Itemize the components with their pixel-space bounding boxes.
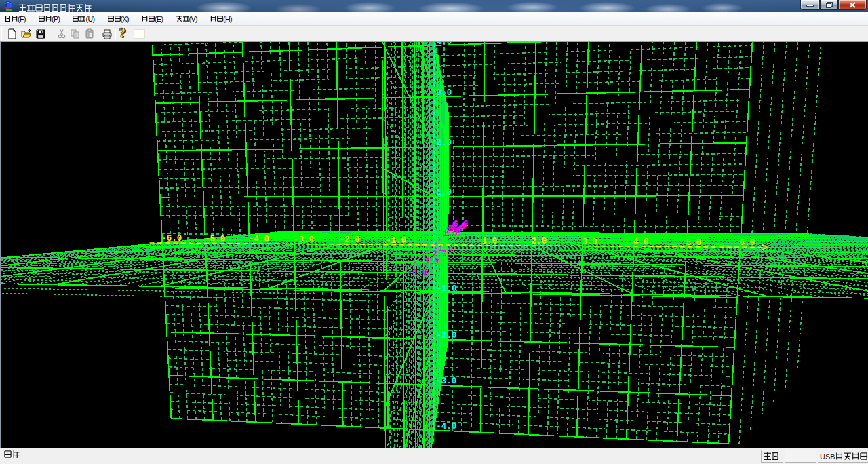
svg-text:5.0: 5.0 [686, 238, 701, 248]
svg-text:-4.0: -4.0 [436, 422, 456, 431]
svg-text:6.0: 6.0 [454, 220, 469, 229]
svg-text:2.0: 2.0 [437, 138, 452, 148]
svg-text:-3.0: -3.0 [294, 235, 314, 245]
svg-text:-4.0: -4.0 [408, 268, 427, 277]
svg-text:-1.0: -1.0 [386, 236, 406, 246]
svg-text:-1.0: -1.0 [433, 244, 453, 254]
svg-text:3.0: 3.0 [582, 237, 597, 247]
svg-text:-1.0: -1.0 [436, 284, 456, 294]
svg-text:-6.0: -6.0 [161, 234, 182, 244]
svg-text:1.0: 1.0 [482, 237, 498, 246]
svg-text:-5.0: -5.0 [205, 235, 225, 244]
svg-text:4.0: 4.0 [633, 237, 649, 247]
svg-text:6.0: 6.0 [740, 238, 755, 248]
svg-text:3.0: 3.0 [437, 88, 452, 98]
svg-text:-4.0: -4.0 [249, 235, 269, 244]
svg-text:-3.0: -3.0 [436, 376, 456, 386]
svg-text:2.0: 2.0 [531, 237, 547, 246]
svg-text:4.0: 4.0 [437, 42, 452, 47]
svg-text:1.0: 1.0 [437, 188, 452, 197]
svg-text:-2.0: -2.0 [436, 331, 456, 341]
svg-text:-2.0: -2.0 [339, 235, 359, 245]
